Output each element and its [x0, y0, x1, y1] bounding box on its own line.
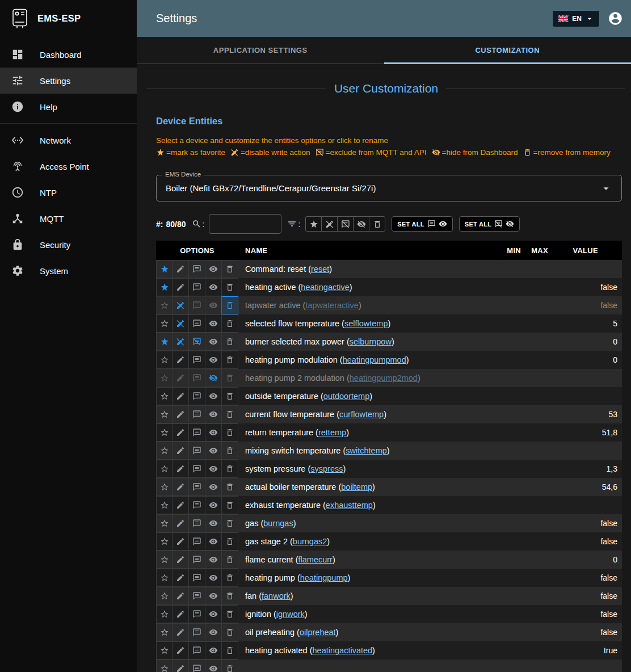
disable-write-toggle[interactable] — [172, 641, 189, 660]
sidebar-item-help[interactable]: Help — [0, 94, 137, 120]
filter-favorites-button[interactable] — [305, 216, 322, 232]
remove-memory-toggle[interactable] — [221, 423, 238, 442]
remove-memory-toggle[interactable] — [221, 587, 238, 605]
hide-dashboard-toggle[interactable] — [205, 278, 222, 296]
exclude-mqtt-toggle[interactable] — [188, 623, 205, 641]
exclude-mqtt-toggle[interactable] — [188, 641, 205, 660]
entity-link[interactable]: burngas — [263, 519, 293, 528]
entity-link[interactable]: burngas2 — [293, 537, 327, 546]
entity-link[interactable]: ignwork — [276, 610, 305, 619]
exclude-mqtt-toggle[interactable] — [188, 260, 205, 278]
disable-write-toggle[interactable] — [172, 514, 189, 532]
hide-dashboard-toggle[interactable] — [205, 405, 222, 423]
favorite-toggle[interactable] — [156, 605, 173, 623]
favorite-toggle[interactable] — [156, 369, 173, 387]
entity-link[interactable]: exhausttemp — [326, 501, 373, 510]
entity-name[interactable]: oil preheating (oilpreheat) — [238, 623, 494, 641]
disable-write-toggle[interactable] — [172, 623, 189, 641]
hide-dashboard-toggle[interactable] — [205, 605, 222, 623]
remove-memory-toggle[interactable] — [221, 460, 238, 478]
remove-memory-toggle[interactable] — [221, 569, 238, 587]
entity-link[interactable]: heatingpump — [300, 573, 348, 582]
disable-write-toggle[interactable] — [172, 442, 189, 460]
hide-dashboard-toggle[interactable] — [205, 587, 222, 605]
remove-memory-toggle[interactable] — [221, 296, 238, 314]
hide-dashboard-toggle[interactable] — [205, 296, 222, 314]
favorite-toggle[interactable] — [156, 460, 173, 478]
entity-link[interactable]: heatingactivated — [313, 646, 373, 655]
entity-name[interactable]: gas (burngas) — [238, 514, 494, 532]
disable-write-toggle[interactable] — [172, 569, 189, 587]
entity-name[interactable]: system pressure (syspress) — [238, 460, 494, 478]
entity-name[interactable]: gas stage 2 (burngas2) — [238, 532, 494, 551]
entity-link[interactable]: heatingpump2mod — [350, 373, 418, 383]
ems-device-select[interactable]: EMS Device Boiler (Nefit GBx72/Trendline… — [156, 175, 622, 201]
entity-name[interactable]: actual boiler temperature (boiltemp) — [238, 478, 494, 496]
remove-memory-toggle[interactable] — [221, 514, 238, 532]
favorite-toggle[interactable] — [156, 551, 173, 569]
hide-dashboard-toggle[interactable] — [205, 260, 222, 278]
disable-write-toggle[interactable] — [172, 460, 189, 478]
hide-dashboard-toggle[interactable] — [205, 569, 222, 587]
entity-link[interactable]: switchtemp — [346, 446, 387, 455]
remove-memory-toggle[interactable] — [221, 387, 238, 405]
favorite-toggle[interactable] — [156, 351, 173, 369]
entity-link[interactable]: flamecurr — [298, 555, 332, 564]
disable-write-toggle[interactable] — [172, 278, 189, 296]
favorite-toggle[interactable] — [156, 532, 173, 551]
entity-link[interactable]: selburnpow — [350, 337, 392, 346]
favorite-toggle[interactable] — [156, 314, 173, 333]
hide-dashboard-toggle[interactable] — [205, 514, 222, 532]
hide-dashboard-toggle[interactable] — [205, 351, 222, 369]
remove-memory-toggle[interactable] — [221, 496, 238, 514]
remove-memory-toggle[interactable] — [221, 605, 238, 623]
entity-link[interactable]: reset — [311, 264, 329, 274]
remove-memory-toggle[interactable] — [221, 314, 238, 333]
favorite-toggle[interactable] — [156, 260, 173, 278]
exclude-mqtt-toggle[interactable] — [188, 405, 205, 423]
exclude-mqtt-toggle[interactable] — [188, 514, 205, 532]
entity-link[interactable]: oilpreheat — [300, 628, 336, 637]
entity-link[interactable]: syspress — [310, 464, 343, 473]
filter-hidden-button[interactable] — [353, 216, 369, 232]
entity-name[interactable]: heating pump 2 modulation (heatingpump2m… — [238, 369, 494, 387]
exclude-mqtt-toggle[interactable] — [188, 369, 205, 387]
entity-name[interactable]: flame current (flamecurr) — [238, 551, 494, 569]
entity-name[interactable]: current flow temperature (curflowtemp) — [238, 405, 494, 423]
favorite-toggle[interactable] — [156, 296, 173, 314]
tab-customization[interactable]: CUSTOMIZATION — [384, 37, 631, 64]
entity-name[interactable]: Command: reset (reset) — [238, 260, 494, 278]
favorite-toggle[interactable] — [156, 641, 173, 660]
entity-name[interactable]: heating pump (heatingpump) — [238, 569, 494, 587]
entity-name[interactable]: heating active (heatingactive) — [238, 278, 494, 296]
remove-memory-toggle[interactable] — [221, 442, 238, 460]
entity-link[interactable]: rettemp — [318, 428, 346, 437]
remove-memory-toggle[interactable] — [221, 278, 238, 296]
sidebar-item-security[interactable]: Security — [0, 232, 137, 258]
hide-dashboard-toggle[interactable] — [205, 496, 222, 514]
remove-memory-toggle[interactable] — [221, 623, 238, 641]
remove-memory-toggle[interactable] — [221, 660, 238, 672]
favorite-toggle[interactable] — [156, 660, 173, 672]
favorite-toggle[interactable] — [156, 387, 173, 405]
exclude-mqtt-toggle[interactable] — [188, 460, 205, 478]
favorite-toggle[interactable] — [156, 569, 173, 587]
sidebar-item-system[interactable]: System — [0, 258, 137, 284]
favorite-toggle[interactable] — [156, 514, 173, 532]
entity-name[interactable]: outside temperature (outdoortemp) — [238, 387, 494, 405]
sidebar-item-mqtt[interactable]: MQTT — [0, 205, 137, 232]
entity-link[interactable]: curflowtemp — [339, 410, 384, 419]
remove-memory-toggle[interactable] — [221, 532, 238, 551]
entity-link[interactable]: boiltemp — [341, 482, 372, 492]
exclude-mqtt-toggle[interactable] — [188, 351, 205, 369]
filter-write-disabled-button[interactable] — [321, 216, 338, 232]
entity-name[interactable]: tapwater active (tapwateractive) — [238, 296, 494, 314]
remove-memory-toggle[interactable] — [221, 260, 238, 278]
disable-write-toggle[interactable] — [172, 605, 189, 623]
hide-dashboard-toggle[interactable] — [205, 442, 222, 460]
disable-write-toggle[interactable] — [172, 369, 189, 387]
exclude-mqtt-toggle[interactable] — [188, 333, 205, 351]
exclude-mqtt-toggle[interactable] — [188, 587, 205, 605]
entity-name[interactable]: selected flow temperature (selflowtemp) — [238, 314, 494, 333]
hide-dashboard-toggle[interactable] — [205, 551, 222, 569]
